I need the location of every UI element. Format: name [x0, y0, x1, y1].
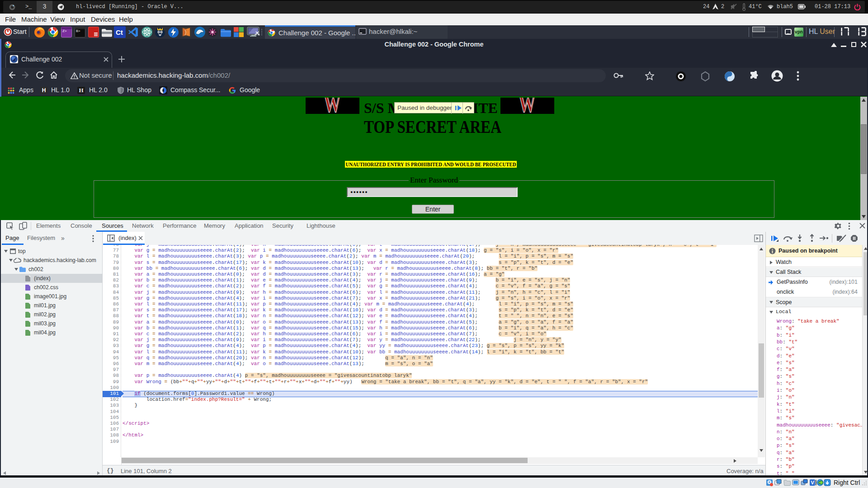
svg-text:#: # [163, 27, 165, 32]
svg-text:Z>: Z> [62, 29, 67, 33]
svg-text:Ct: Ct [116, 28, 123, 36]
svg-text:B>: B> [76, 29, 80, 33]
svg-text:V: V [811, 480, 815, 485]
